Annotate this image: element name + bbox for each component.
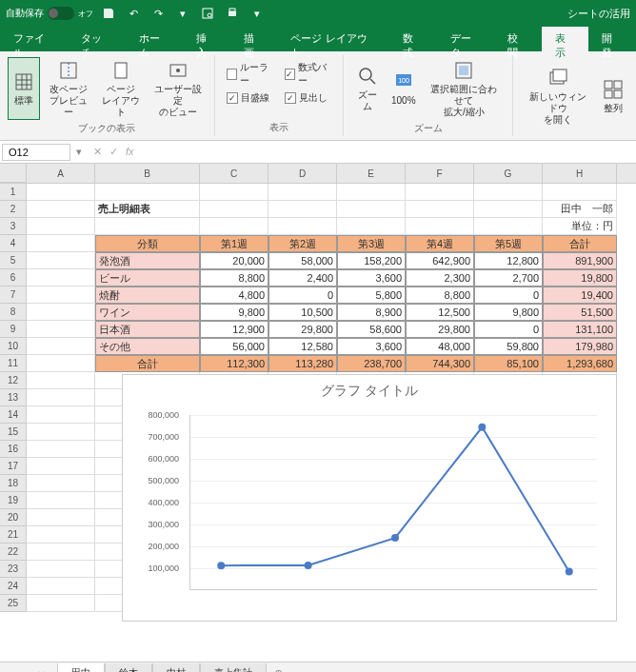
cell[interactable] [474, 218, 543, 235]
row-header[interactable]: 6 [0, 269, 27, 287]
tab-developer[interactable]: 開発 [588, 27, 636, 51]
cell[interactable] [27, 509, 95, 526]
row-header[interactable]: 15 [0, 424, 27, 441]
ruler-checkbox[interactable]: ルーラー [227, 61, 273, 88]
cell[interactable]: 0 [474, 321, 543, 338]
cell[interactable] [337, 184, 406, 201]
cell[interactable]: 5,800 [337, 287, 406, 304]
cell[interactable]: 29,800 [268, 321, 337, 338]
dropdown-icon[interactable]: ▾ [249, 6, 265, 21]
tab-view[interactable]: 表示 [542, 27, 589, 51]
cell[interactable]: 58,000 [268, 252, 337, 269]
cell[interactable] [95, 184, 200, 201]
row-header[interactable]: 8 [0, 304, 27, 321]
quick-print-icon[interactable] [225, 6, 240, 21]
arrange-button[interactable]: 整列 [598, 57, 628, 134]
cell[interactable]: 売上明細表 [95, 201, 200, 218]
col-header[interactable]: F [406, 164, 474, 183]
cell[interactable] [95, 218, 200, 235]
redo-icon[interactable]: ↷ [150, 6, 166, 21]
tab-insert[interactable]: 挿入 [183, 27, 230, 51]
row-header[interactable]: 3 [0, 218, 27, 235]
cell[interactable]: 58,600 [337, 321, 406, 338]
cell[interactable] [474, 184, 543, 201]
cell[interactable]: 19,400 [543, 287, 617, 304]
custom-views-button[interactable]: ユーザー設定 のビュー [149, 57, 207, 120]
cell[interactable]: 20,000 [200, 252, 268, 269]
cell[interactable]: 10,500 [268, 304, 337, 321]
row-header[interactable]: 11 [0, 355, 27, 372]
row-header[interactable]: 13 [0, 389, 27, 406]
formula-input[interactable] [142, 143, 636, 161]
cell[interactable] [27, 338, 95, 355]
cell[interactable]: 1,293,680 [543, 355, 617, 372]
row-header[interactable]: 16 [0, 441, 27, 458]
cell[interactable] [27, 184, 95, 201]
row-header[interactable]: 23 [0, 561, 27, 578]
cell[interactable] [337, 218, 406, 235]
cell[interactable]: 744,300 [406, 355, 474, 372]
tab-draw[interactable]: 描画 [230, 27, 278, 51]
cell[interactable]: 2,700 [474, 269, 543, 287]
row-header[interactable]: 18 [0, 475, 27, 492]
cell[interactable] [27, 595, 95, 612]
cell[interactable]: 焼酎 [95, 287, 200, 304]
cell[interactable]: 12,500 [406, 304, 474, 321]
cell[interactable]: 第1週 [200, 235, 268, 252]
cell[interactable]: 日本酒 [95, 321, 200, 338]
cell[interactable] [27, 475, 95, 492]
prev-sheet-icon[interactable]: ◂ [34, 667, 40, 672]
cell[interactable]: 19,800 [543, 269, 617, 287]
row-header[interactable]: 7 [0, 287, 27, 304]
cell[interactable] [406, 201, 474, 218]
cell[interactable] [268, 184, 337, 201]
add-sheet-button[interactable]: ⊕ [267, 664, 290, 672]
cell[interactable]: 9,800 [200, 304, 268, 321]
cell[interactable]: 2,300 [406, 269, 474, 287]
cell[interactable]: 642,900 [406, 252, 474, 269]
cell[interactable]: 12,800 [474, 252, 543, 269]
cell[interactable]: 112,300 [200, 355, 268, 372]
cell[interactable] [27, 544, 95, 561]
row-header[interactable]: 5 [0, 252, 27, 269]
cell[interactable]: 第5週 [474, 235, 543, 252]
cell[interactable]: 田中 一郎 [543, 201, 617, 218]
cell[interactable]: 9,800 [474, 304, 543, 321]
dropdown-icon[interactable]: ▾ [175, 6, 190, 21]
cell[interactable]: 0 [474, 287, 543, 304]
cell[interactable]: 238,700 [337, 355, 406, 372]
cell[interactable]: 第2週 [268, 235, 337, 252]
tab-pagelayout[interactable]: ページ レイアウト [277, 27, 389, 51]
cell[interactable] [27, 304, 95, 321]
cell[interactable]: 8,900 [337, 304, 406, 321]
cell[interactable]: 第3週 [337, 235, 406, 252]
sheet-tab[interactable]: 売上集計 [200, 663, 267, 672]
cell[interactable] [27, 321, 95, 338]
cell[interactable]: その他 [95, 338, 200, 355]
chart[interactable]: グラフ タイトル 100,000200,000300,000400,000500… [122, 374, 617, 622]
cell[interactable] [27, 355, 95, 372]
sheet-tab[interactable]: 田中 [57, 663, 105, 673]
row-header[interactable]: 1 [0, 184, 27, 201]
cell[interactable]: 131,100 [543, 321, 617, 338]
cell[interactable] [406, 218, 474, 235]
normal-view-button[interactable]: 標準 [8, 57, 40, 120]
cell[interactable] [200, 218, 268, 235]
cell[interactable]: 8,800 [406, 287, 474, 304]
cell[interactable]: ビール [95, 269, 200, 287]
zoom-100-button[interactable]: 100 100% [388, 57, 420, 120]
cell[interactable]: 合計 [543, 235, 617, 252]
enter-icon[interactable]: ✓ [109, 146, 118, 158]
cell[interactable] [27, 441, 95, 458]
col-header[interactable]: C [200, 164, 268, 183]
cell[interactable] [474, 201, 543, 218]
cell[interactable]: 第4週 [406, 235, 474, 252]
tab-file[interactable]: ファイル [0, 27, 68, 51]
cell[interactable] [337, 201, 406, 218]
row-header[interactable]: 24 [0, 578, 27, 595]
cell[interactable] [27, 458, 95, 475]
cell[interactable]: 113,280 [268, 355, 337, 372]
row-header[interactable]: 10 [0, 338, 27, 355]
row-header[interactable]: 2 [0, 201, 27, 218]
fx-icon[interactable]: fx [126, 146, 134, 158]
